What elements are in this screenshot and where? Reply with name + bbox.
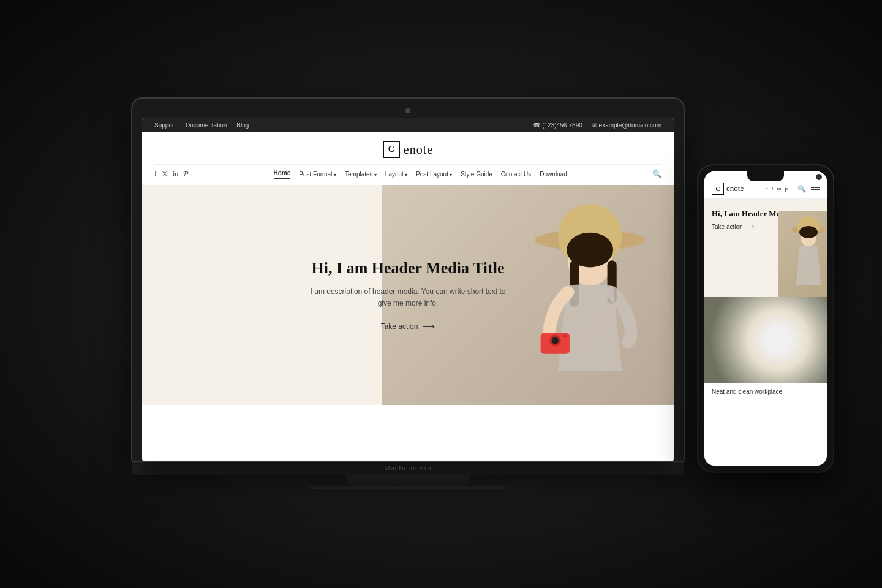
scene: Support Documentation Blog ☎ (123)456-78… — [0, 0, 882, 588]
phone-menu-icon[interactable] — [811, 187, 820, 190]
phone-linkedin-icon[interactable]: in — [777, 186, 781, 192]
topbar-documentation[interactable]: Documentation — [186, 122, 227, 129]
facebook-icon[interactable]: f — [154, 170, 157, 179]
hero-description: I am description of header media. You ca… — [304, 286, 512, 309]
topbar-blog[interactable]: Blog — [236, 122, 249, 129]
macbook-label: MacBook Pro — [384, 464, 431, 472]
phone-screen: C enote f t in p 🔍 — [704, 172, 827, 466]
phone-cta-arrow: ⟶ — [745, 224, 754, 230]
pinterest-icon[interactable]: 𝓟 — [183, 170, 188, 179]
macbook-stand — [347, 475, 469, 486]
phone-card-image — [704, 297, 827, 383]
macbook-screen: Support Documentation Blog ☎ (123)456-78… — [142, 118, 674, 461]
phone-hero-woman — [778, 211, 827, 297]
phone-twitter-icon[interactable]: t — [772, 186, 774, 192]
logo-name: enote — [404, 143, 433, 157]
topbar-contact: ☎ (123)456-7890 ✉ example@domain.com — [533, 122, 662, 129]
site-hero: Hi, I am Header Media Title I am descrip… — [142, 185, 674, 405]
nav-contact-us[interactable]: Contact Us — [501, 171, 531, 178]
site-nav: Home Post Format Templates Layout Post L… — [274, 170, 567, 179]
nav-home[interactable]: Home — [274, 170, 291, 179]
macbook-camera — [405, 108, 410, 113]
linkedin-icon[interactable]: in — [173, 170, 178, 179]
site-logo: C enote — [383, 141, 433, 158]
phone-hero: Hi, I am Header Media Title Take action … — [704, 199, 827, 297]
hero-cta-button[interactable]: Take action ⟶ — [381, 322, 435, 331]
phone: C enote f t in p 🔍 — [698, 165, 833, 472]
site-header: C enote f 𝕏 in 𝓟 Home Post — [142, 132, 674, 185]
phone-pinterest-icon[interactable]: p — [785, 186, 788, 192]
hero-title: Hi, I am Header Media Title — [312, 259, 505, 277]
topbar-links: Support Documentation Blog — [154, 122, 249, 129]
hero-cta-arrow: ⟶ — [423, 322, 435, 331]
search-icon[interactable]: 🔍 — [652, 170, 662, 179]
nav-post-format[interactable]: Post Format — [299, 171, 336, 178]
phone-logo-letter: C — [715, 186, 720, 192]
hero-cta-label: Take action — [381, 322, 418, 331]
nav-post-layout[interactable]: Post Layout — [416, 171, 452, 178]
topbar-support[interactable]: Support — [154, 122, 176, 129]
topbar-email: ✉ example@domain.com — [592, 122, 662, 129]
site-social: f 𝕏 in 𝓟 — [154, 170, 188, 179]
phone-flower-image — [704, 297, 827, 383]
topbar-phone: ☎ (123)456-7890 — [533, 122, 582, 129]
phone-logo: C enote — [712, 183, 744, 195]
phone-card: Neat and clean workplace — [704, 297, 827, 400]
twitter-icon[interactable]: 𝕏 — [162, 170, 168, 179]
phone-camera-dot — [816, 174, 822, 180]
phone-cta-label: Take action — [712, 224, 743, 230]
nav-style-guide[interactable]: Style Guide — [461, 171, 492, 178]
macbook-screen-outer: Support Documentation Blog ☎ (123)456-78… — [132, 99, 684, 461]
phone-card-label: Neat and clean workplace — [704, 383, 827, 400]
phone-logo-box: C — [712, 183, 724, 195]
site-nav-container: f 𝕏 in 𝓟 Home Post Format Templates Layo… — [154, 164, 662, 179]
macbook-base: MacBook Pro — [132, 461, 684, 475]
nav-download[interactable]: Download — [540, 171, 567, 178]
nav-layout[interactable]: Layout — [385, 171, 407, 178]
phone-search-icon[interactable]: 🔍 — [797, 185, 806, 193]
hero-content: Hi, I am Header Media Title I am descrip… — [142, 185, 674, 405]
phone-logo-name: enote — [726, 184, 744, 194]
macbook: Support Documentation Blog ☎ (123)456-78… — [132, 99, 684, 489]
nav-templates[interactable]: Templates — [345, 171, 377, 178]
phone-social: f t in p — [766, 186, 788, 192]
phone-facebook-icon[interactable]: f — [766, 186, 768, 192]
logo-box: C — [383, 141, 400, 158]
svg-point-13 — [799, 226, 818, 238]
logo-letter: C — [388, 145, 394, 154]
macbook-foot — [310, 486, 506, 489]
site-topbar: Support Documentation Blog ☎ (123)456-78… — [142, 118, 674, 132]
phone-actions: 🔍 — [797, 185, 820, 193]
phone-notch — [747, 172, 784, 181]
